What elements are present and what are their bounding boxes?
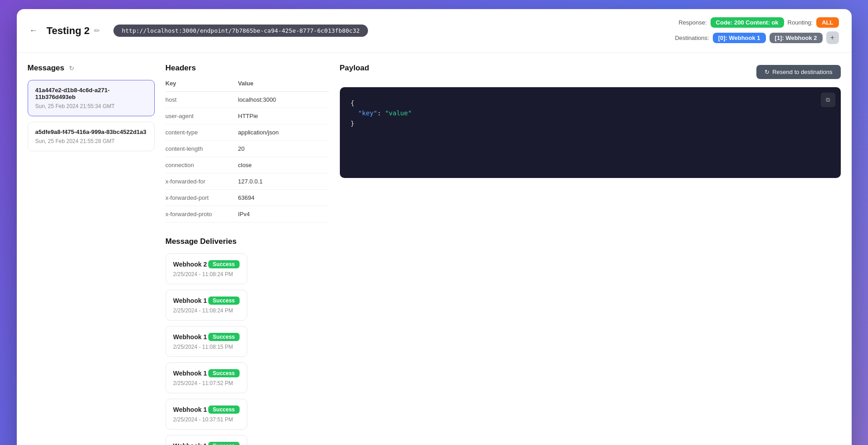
delivery-card-5[interactable]: Webhook 1 Success 2/25/2024 - 10:33:58 P… bbox=[166, 435, 247, 445]
response-badge: Code: 200 Content: ok bbox=[711, 17, 784, 28]
headers-table: Key Value hostlocalhost:3000user-agentHT… bbox=[166, 80, 329, 222]
delivery-header-5: Webhook 1 Success bbox=[173, 442, 240, 445]
url-pill: http://localhost:3000/endpoint/7b7865be-… bbox=[113, 25, 368, 37]
table-row: content-length20 bbox=[166, 141, 329, 157]
code-content: { "key": "value" } bbox=[351, 98, 830, 129]
message-time-1: Sun, 25 Feb 2024 21:55:28 GMT bbox=[35, 138, 147, 144]
delivery-status-0: Success bbox=[208, 260, 240, 268]
destination1-badge[interactable]: [0]: Webhook 1 bbox=[713, 33, 766, 43]
delivery-status-3: Success bbox=[208, 369, 240, 377]
delivery-name-3: Webhook 1 bbox=[173, 370, 207, 377]
delivery-header-4: Webhook 1 Success bbox=[173, 405, 240, 414]
page-title: Testing 2 bbox=[47, 25, 90, 37]
delivery-card-4[interactable]: Webhook 1 Success 2/25/2024 - 10:37:51 P… bbox=[166, 399, 247, 430]
back-button[interactable]: ← bbox=[29, 26, 38, 35]
delivery-status-2: Success bbox=[208, 333, 240, 341]
messages-panel: Messages ↻ 41a447e2-d1b8-4c6d-a271-11b37… bbox=[28, 64, 155, 445]
delivery-time-3: 2/25/2024 - 11:07:52 PM bbox=[173, 380, 240, 386]
top-bar: ← Testing 2 ✏ http://localhost:3000/endp… bbox=[17, 9, 852, 53]
edit-icon[interactable]: ✏ bbox=[94, 26, 100, 35]
header-value: 20 bbox=[238, 141, 329, 157]
delivery-header-0: Webhook 2 Success bbox=[173, 260, 240, 268]
headers-col-value: Value bbox=[238, 80, 329, 92]
resend-button[interactable]: ↻ Resend to destinations bbox=[756, 65, 840, 79]
destinations-row: Destinations: [0]: Webhook 1 [1]: Webhoo… bbox=[675, 31, 839, 44]
refresh-icon[interactable]: ↻ bbox=[69, 64, 74, 72]
add-destination-button[interactable]: + bbox=[826, 31, 839, 44]
payload-title: Payload bbox=[340, 64, 369, 73]
table-row: content-typeapplication/json bbox=[166, 124, 329, 141]
message-id-0: 41a447e2-d1b8-4c6d-a271-11b376d493eb bbox=[35, 87, 147, 100]
resend-icon: ↻ bbox=[765, 69, 770, 75]
routing-badge: ALL bbox=[816, 17, 839, 28]
header-key: x-forwarded-proto bbox=[166, 206, 238, 222]
deliveries-section: Message Deliveries Webhook 2 Success 2/2… bbox=[166, 237, 329, 445]
resend-label: Resend to destinations bbox=[772, 69, 832, 75]
payload-panel: Payload ↻ Resend to destinations ⧉ { "ke… bbox=[340, 64, 841, 445]
headers-col-key: Key bbox=[166, 80, 238, 92]
message-time-0: Sun, 25 Feb 2024 21:55:34 GMT bbox=[35, 103, 147, 109]
table-row: user-agentHTTPie bbox=[166, 108, 329, 124]
delivery-header-1: Webhook 1 Success bbox=[173, 297, 240, 305]
header-key: content-length bbox=[166, 141, 238, 157]
table-row: x-forwarded-port63694 bbox=[166, 190, 329, 206]
routing-label: Rounting: bbox=[788, 19, 813, 26]
header-value: IPv4 bbox=[238, 206, 329, 222]
delivery-card-3[interactable]: Webhook 1 Success 2/25/2024 - 11:07:52 P… bbox=[166, 362, 247, 393]
headers-panel: Headers Key Value hostlocalhost:3000user… bbox=[166, 64, 329, 445]
delivery-name-4: Webhook 1 bbox=[173, 406, 207, 413]
delivery-name-0: Webhook 2 bbox=[173, 261, 207, 268]
header-value: HTTPie bbox=[238, 108, 329, 124]
table-row: x-forwarded-protoIPv4 bbox=[166, 206, 329, 222]
delivery-time-2: 2/25/2024 - 11:08:15 PM bbox=[173, 344, 240, 350]
delivery-header-2: Webhook 1 Success bbox=[173, 333, 240, 341]
header-value: 127.0.0.1 bbox=[238, 173, 329, 190]
delivery-status-4: Success bbox=[208, 405, 240, 414]
header-key: user-agent bbox=[166, 108, 238, 124]
header-value: localhost:3000 bbox=[238, 92, 329, 108]
deliveries-title: Message Deliveries bbox=[166, 237, 329, 246]
title-area: Testing 2 ✏ bbox=[47, 25, 100, 37]
delivery-card-1[interactable]: Webhook 1 Success 2/25/2024 - 11:08:24 P… bbox=[166, 290, 247, 321]
delivery-name-2: Webhook 1 bbox=[173, 333, 207, 341]
response-row: Response: Code: 200 Content: ok Rounting… bbox=[678, 17, 839, 28]
main-content: Messages ↻ 41a447e2-d1b8-4c6d-a271-11b37… bbox=[17, 53, 852, 445]
table-row: hostlocalhost:3000 bbox=[166, 92, 329, 108]
header-value: application/json bbox=[238, 124, 329, 141]
message-item-0[interactable]: 41a447e2-d1b8-4c6d-a271-11b376d493eb Sun… bbox=[28, 80, 155, 116]
delivery-time-0: 2/25/2024 - 11:08:24 PM bbox=[173, 271, 240, 277]
delivery-header-3: Webhook 1 Success bbox=[173, 369, 240, 377]
top-right-meta: Response: Code: 200 Content: ok Rounting… bbox=[675, 17, 839, 44]
table-row: connectionclose bbox=[166, 157, 329, 173]
message-id-1: a5dfe9a8-f475-416a-999a-83bc4522d1a3 bbox=[35, 129, 147, 135]
message-item-1[interactable]: a5dfe9a8-f475-416a-999a-83bc4522d1a3 Sun… bbox=[28, 122, 155, 151]
messages-header: Messages ↻ bbox=[28, 64, 155, 73]
delivery-card-0[interactable]: Webhook 2 Success 2/25/2024 - 11:08:24 P… bbox=[166, 253, 247, 284]
delivery-name-5: Webhook 1 bbox=[173, 442, 207, 445]
delivery-status-1: Success bbox=[208, 297, 240, 305]
delivery-name-1: Webhook 1 bbox=[173, 297, 207, 304]
header-key: x-forwarded-port bbox=[166, 190, 238, 206]
response-label: Response: bbox=[678, 19, 706, 26]
destinations-label: Destinations: bbox=[675, 35, 709, 41]
header-key: x-forwarded-for bbox=[166, 173, 238, 190]
delivery-time-4: 2/25/2024 - 10:37:51 PM bbox=[173, 416, 240, 423]
header-key: host bbox=[166, 92, 238, 108]
header-value: 63694 bbox=[238, 190, 329, 206]
copy-button[interactable]: ⧉ bbox=[821, 93, 835, 107]
header-value: close bbox=[238, 157, 329, 173]
delivery-card-2[interactable]: Webhook 1 Success 2/25/2024 - 11:08:15 P… bbox=[166, 326, 247, 357]
headers-title: Headers bbox=[166, 64, 329, 73]
deliveries-grid: Webhook 2 Success 2/25/2024 - 11:08:24 P… bbox=[166, 253, 329, 445]
header-key: content-type bbox=[166, 124, 238, 141]
table-row: x-forwarded-for127.0.0.1 bbox=[166, 173, 329, 190]
header-key: connection bbox=[166, 157, 238, 173]
app-container: ← Testing 2 ✏ http://localhost:3000/endp… bbox=[17, 9, 852, 445]
delivery-time-1: 2/25/2024 - 11:08:24 PM bbox=[173, 307, 240, 314]
messages-title: Messages bbox=[28, 64, 64, 73]
payload-header: Payload ↻ Resend to destinations bbox=[340, 64, 841, 80]
payload-code-box: ⧉ { "key": "value" } bbox=[340, 87, 841, 178]
copy-icon: ⧉ bbox=[826, 96, 830, 104]
destination2-badge[interactable]: [1]: Webhook 2 bbox=[770, 33, 823, 43]
delivery-status-5: Success bbox=[208, 442, 240, 445]
